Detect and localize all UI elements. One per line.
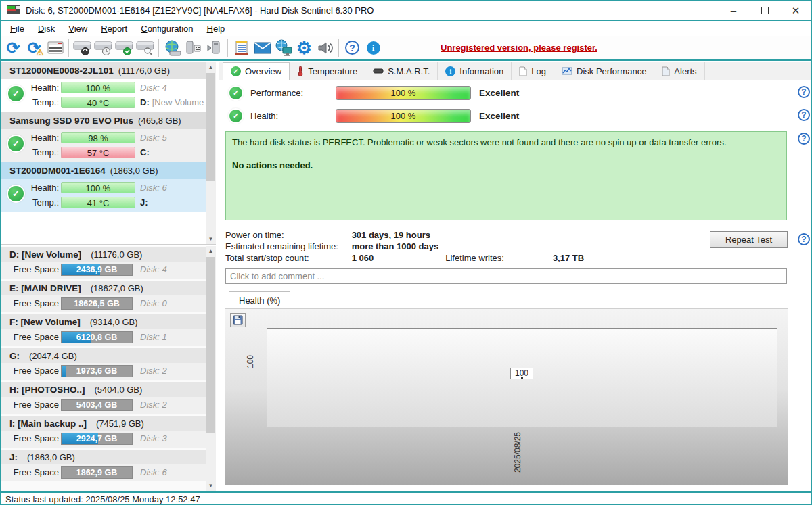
temp-label: Temp.: [32, 197, 59, 208]
settings-button[interactable]: ⚙ [294, 37, 315, 58]
volume-name: F: [New Volume] [9, 317, 81, 327]
drive-letter: J: [140, 197, 148, 208]
maximize-button[interactable] [749, 1, 780, 20]
disk-size: (465,8 GB) [138, 116, 181, 126]
remote-monitor-button[interactable] [273, 37, 294, 58]
refresh-alert-button[interactable]: ⟳⚠ [24, 37, 45, 58]
network-disk-button[interactable] [162, 37, 183, 58]
volume-list: D: [New Volume](11176,0 GB) Free Space 2… [1, 246, 216, 491]
volume-entry-f[interactable]: F: [New Volume](9314,0 GB) Free Space 61… [1, 314, 206, 347]
disk-status-message: The hard disk status is PERFECT. Problem… [225, 131, 787, 220]
overview-panel: ✓ Performance: 100 % Excellent ? ✓ Healt… [219, 80, 811, 492]
help-icon[interactable]: ? [798, 233, 810, 245]
performance-rating: Excellent [479, 88, 519, 98]
volume-size: (11176,0 GB) [91, 249, 142, 260]
tab-smart[interactable]: S.M.A.R.T. [365, 62, 438, 80]
disk-list-scrollbar[interactable]: ▲ ▼ [206, 62, 216, 244]
toolbar-separator [338, 39, 339, 57]
volume-entry-d[interactable]: D: [New Volume](11176,0 GB) Free Space 2… [1, 246, 206, 279]
chart-tab-health[interactable]: Health (%) [229, 291, 290, 308]
volume-entry-e[interactable]: E: [MAIN DRIVE](18627,0 GB) Free Space 1… [1, 280, 206, 313]
information-button[interactable]: i [363, 37, 384, 58]
email-icon [254, 41, 271, 55]
menu-view[interactable]: View [62, 22, 94, 35]
menu-help[interactable]: Help [200, 22, 232, 35]
sounds-button[interactable] [315, 37, 336, 58]
free-space-bar: 2924,7 GB [61, 433, 133, 445]
volume-entry-i[interactable]: I: [Main backup ..](7451,9 GB) Free Spac… [1, 415, 206, 448]
disk-number: Disk: 4 [140, 82, 167, 93]
disk-size: (11176,0 GB) [118, 66, 170, 76]
disk-ok-button[interactable] [114, 37, 135, 58]
lifetime-value: more than 1000 days [352, 241, 439, 251]
repeat-test-button[interactable]: Repeat Test [710, 231, 788, 248]
scrollbar-thumb[interactable] [206, 73, 215, 181]
tab-temperature[interactable]: Temperature [290, 62, 365, 80]
status-action: No actions needed. [232, 159, 780, 172]
title-bar: Disk: 6, ST2000DM001-1E6164 [Z1E2YV9C] [… [1, 1, 811, 21]
save-chart-button[interactable] [230, 313, 246, 327]
disk-list: ST12000NE0008-2JL101(11176,0 GB) ✓ Healt… [1, 62, 216, 245]
volume-list-scrollbar[interactable]: ▲ ▼ [206, 246, 216, 491]
scroll-down-icon[interactable]: ▼ [206, 481, 216, 491]
minimize-button[interactable]: – [718, 1, 749, 20]
health-chart-panel: 100 100 2025/08/25 [225, 308, 788, 485]
scroll-up-icon[interactable]: ▲ [206, 62, 216, 72]
disk-search-icon [136, 40, 155, 56]
volume-name: J: [9, 452, 18, 462]
menu-file[interactable]: File [3, 22, 31, 35]
overview-check-icon: ✓ [231, 66, 241, 76]
disk-remove-button[interactable] [204, 37, 225, 58]
help-button[interactable]: ? [342, 37, 363, 58]
health-label: Health: [31, 183, 59, 193]
speaker-icon [317, 40, 334, 56]
health-chart-plot: 100 [267, 328, 777, 427]
menu-report[interactable]: Report [94, 22, 134, 35]
comment-input[interactable] [225, 268, 787, 284]
disk-name: Samsung SSD 970 EVO Plus [9, 116, 133, 126]
disk-entry-st12000[interactable]: ST12000NE0008-2JL101(11176,0 GB) ✓ Healt… [1, 62, 206, 112]
scrollbar-thumb[interactable] [206, 257, 215, 433]
tab-information[interactable]: i Information [438, 62, 512, 80]
scroll-down-icon[interactable]: ▼ [206, 234, 216, 244]
drive-letter: D: [140, 97, 150, 107]
tab-alerts[interactable]: Alerts [654, 62, 704, 80]
close-button[interactable]: ✕ [780, 1, 811, 20]
disk-entry-samsung[interactable]: Samsung SSD 970 EVO Plus(465,8 GB) ✓ Hea… [1, 112, 206, 162]
disk-clock-button[interactable] [93, 37, 114, 58]
notes-button[interactable] [231, 37, 252, 58]
disk-clock-icon [94, 40, 113, 56]
menu-disk[interactable]: Disk [31, 22, 62, 35]
disk-number: Disk: 2 [140, 400, 167, 410]
health-ok-icon: ✓ [229, 110, 242, 122]
y-axis-tick-label: 100 [246, 355, 255, 368]
tab-log[interactable]: Log [512, 62, 554, 80]
refresh-button[interactable]: ⟳ [3, 37, 24, 58]
disk-size: (1863,0 GB) [110, 166, 158, 176]
email-button[interactable] [252, 37, 273, 58]
report-button[interactable] [45, 37, 66, 58]
volume-name: I: [Main backup ..] [9, 418, 87, 429]
volume-entry-h[interactable]: H: [PHOTOSHO..](5404,0 GB) Free Space 54… [1, 381, 206, 414]
free-space-bar: 2436,9 GB [61, 264, 133, 276]
tab-overview[interactable]: ✓ Overview [223, 62, 290, 80]
health-label: Health: [250, 111, 278, 121]
lifetime-label: Estimated remaining lifetime: [225, 241, 349, 251]
scroll-up-icon[interactable]: ▲ [206, 246, 216, 256]
disk-search-button[interactable] [135, 37, 156, 58]
performance-meter: 100 % [336, 86, 471, 100]
volume-size: (1863,0 GB) [27, 452, 75, 462]
help-icon[interactable]: ? [798, 109, 810, 121]
disk-test-button[interactable] [72, 37, 93, 58]
disk-number: Disk: 2 [140, 366, 167, 376]
help-icon[interactable]: ? [798, 86, 810, 98]
register-link[interactable]: Unregistered version, please register. [441, 43, 597, 53]
volume-entry-j[interactable]: J:(1863,0 GB) Free Space 1862,9 GB Disk:… [1, 449, 206, 482]
volume-entry-g[interactable]: G:(2047,4 GB) Free Space 1973,6 GB Disk:… [1, 347, 206, 381]
disk-connect-button[interactable] [183, 37, 204, 58]
menu-configuration[interactable]: Configuration [134, 22, 200, 35]
disk-entry-st2000-selected[interactable]: ST2000DM001-1E6164(1863,0 GB) ✓ Health: … [1, 162, 206, 212]
help-icon[interactable]: ? [798, 133, 810, 145]
tab-disk-performance[interactable]: Disk Performance [554, 62, 654, 80]
disk-remove-icon [206, 40, 223, 56]
